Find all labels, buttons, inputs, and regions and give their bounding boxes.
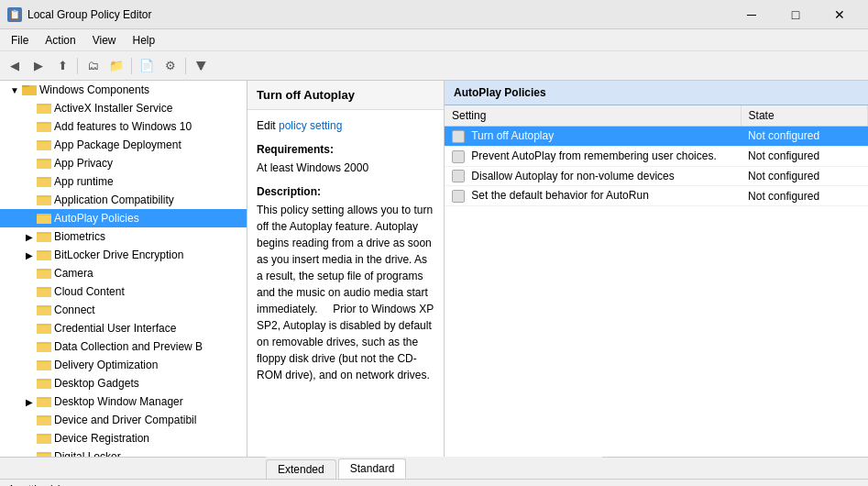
expand-icon-bitlocker[interactable]: ▶	[22, 248, 37, 262]
tab-standard[interactable]: Standard	[338, 458, 407, 479]
menu-action[interactable]: Action	[38, 32, 82, 49]
folder-icon-connect	[37, 303, 51, 317]
setting-state-3: Not configured	[741, 166, 867, 186]
menu-view[interactable]: View	[85, 32, 124, 49]
folder-icon-data-collection	[37, 339, 51, 354]
tree-label-app-compat: Application Compatibility	[54, 193, 174, 206]
minimize-button[interactable]: ─	[731, 6, 773, 24]
properties-button[interactable]: 📄	[136, 55, 158, 77]
tree-item-data-collection[interactable]: ▶ Data Collection and Preview B	[0, 337, 247, 356]
desc-requirements-label: Requirements:	[257, 141, 434, 158]
folder-button[interactable]: 📁	[105, 55, 127, 77]
folder-icon-camera	[37, 266, 51, 281]
main-area: ▼ Windows Components ▶ ActiveX Installer…	[0, 81, 868, 457]
column-setting[interactable]: Setting	[445, 105, 741, 127]
table-row[interactable]: Turn off Autoplay Not configured	[445, 127, 868, 147]
toolbar-separator-3	[185, 58, 186, 74]
folder-icon-autoplay	[37, 211, 51, 226]
svg-rect-3	[37, 105, 51, 114]
desc-title: Turn off Autoplay	[257, 88, 434, 102]
tree-item-cloud-content[interactable]: ▶ Cloud Content	[0, 282, 247, 301]
svg-rect-35	[37, 399, 51, 407]
tree-label-delivery-opt: Delivery Optimization	[54, 359, 158, 371]
tree-item-app-privacy[interactable]: ▶ App Privacy	[0, 154, 247, 172]
tree-item-camera[interactable]: ▶ Camera	[0, 264, 247, 282]
tree-item-activex[interactable]: ▶ ActiveX Installer Service	[0, 99, 247, 117]
svg-rect-37	[37, 417, 51, 425]
show-hide-button[interactable]: 🗂	[82, 55, 104, 77]
setting-state-1: Not configured	[741, 127, 867, 147]
table-row[interactable]: Disallow Autoplay for non-volume devices…	[445, 166, 868, 186]
tree-item-delivery-opt[interactable]: ▶ Delivery Optimization	[0, 356, 247, 374]
settings-header: AutoPlay Policies	[445, 81, 868, 105]
folder-icon-digital-locker	[37, 449, 51, 457]
setting-state-4: Not configured	[741, 186, 867, 206]
tree-label-device-reg: Device Registration	[54, 432, 149, 445]
table-row[interactable]: Set the default behavior for AutoRun Not…	[445, 186, 868, 206]
tree-item-biometrics[interactable]: ▶ Biometrics	[0, 227, 247, 246]
tree-item-add-features[interactable]: ▶ Add features to Windows 10	[0, 117, 247, 136]
tree-item-connect[interactable]: ▶ Connect	[0, 301, 247, 319]
tree-item-app-runtime[interactable]: ▶ App runtime	[0, 172, 247, 191]
tree-label-app-runtime: App runtime	[54, 175, 114, 188]
autoplay-header: AutoPlay Policies	[454, 86, 546, 99]
tree-item-desktop-window[interactable]: ▶ Desktop Window Manager	[0, 392, 247, 411]
close-button[interactable]: ✕	[819, 6, 861, 24]
table-row[interactable]: Prevent AutoPlay from remembering user c…	[445, 146, 868, 166]
expand-icon-biometrics[interactable]: ▶	[22, 229, 37, 244]
folder-icon-delivery-opt	[37, 358, 51, 372]
up-button[interactable]: ⬆	[51, 55, 73, 77]
app-icon: 📋	[7, 7, 22, 22]
tree-label-desktop-window: Desktop Window Manager	[54, 395, 183, 408]
tree-label-credential-ui: Credential User Interface	[54, 322, 176, 335]
desc-content: Edit policy setting Requirements: At lea…	[247, 110, 444, 398]
tree-item-device-reg[interactable]: ▶ Device Registration	[0, 429, 247, 447]
tree-item-credential-ui[interactable]: ▶ Credential User Interface	[0, 319, 247, 337]
tree-label-data-collection: Data Collection and Preview B	[54, 340, 203, 353]
tree-item-app-package[interactable]: ▶ App Package Deployment	[0, 136, 247, 154]
setting-icon-4	[452, 190, 465, 203]
toolbar-separator-1	[77, 58, 78, 74]
tree-item-digital-locker[interactable]: ▶ Digital Locker	[0, 447, 247, 457]
tree-label-biometrics: Biometrics	[54, 230, 105, 243]
tree-label-app-privacy: App Privacy	[54, 157, 113, 170]
expand-icon-windows-components[interactable]: ▼	[7, 83, 22, 97]
svg-rect-7	[37, 142, 51, 150]
folder-icon-desktop-gadgets	[37, 376, 51, 391]
tree-item-bitlocker[interactable]: ▶ BitLocker Drive Encryption	[0, 246, 247, 264]
desc-edit-link[interactable]: policy setting	[279, 119, 342, 132]
settings-pane: AutoPlay Policies Setting State Turn off…	[445, 81, 868, 457]
tree-label-desktop-gadgets: Desktop Gadgets	[54, 377, 139, 390]
tree-item-autoplay[interactable]: ▶ AutoPlay Policies	[0, 209, 247, 227]
tree-item-device-driver[interactable]: ▶ Device and Driver Compatibil	[0, 411, 247, 429]
settings-table: Setting State Turn off Autoplay Not conf…	[445, 105, 868, 206]
tabs-bar: Extended Standard	[266, 457, 602, 479]
setting-icon-2	[452, 150, 465, 163]
menu-file[interactable]: File	[4, 32, 36, 49]
expand-icon-desktop-window[interactable]: ▶	[22, 394, 37, 409]
window-controls: ─ □ ✕	[731, 6, 861, 24]
menu-help[interactable]: Help	[126, 32, 163, 49]
tree-item-windows-components[interactable]: ▼ Windows Components	[0, 81, 247, 99]
maximize-button[interactable]: □	[775, 6, 817, 24]
tree-item-desktop-gadgets[interactable]: ▶ Desktop Gadgets	[0, 374, 247, 392]
folder-icon-app-runtime	[37, 174, 51, 189]
column-state[interactable]: State	[741, 105, 867, 127]
tab-extended[interactable]: Extended	[266, 459, 336, 479]
settings-button[interactable]: ⚙	[159, 55, 181, 77]
filter-button[interactable]: ⯆	[190, 55, 212, 77]
tree-label-add-features: Add features to Windows 10	[54, 120, 192, 133]
setting-name-4: Set the default behavior for AutoRun	[445, 186, 741, 206]
back-button[interactable]: ◀	[4, 55, 26, 77]
desc-description-text: This policy setting allows you to turn o…	[257, 204, 434, 381]
svg-rect-27	[37, 326, 51, 334]
svg-rect-17	[37, 234, 51, 242]
tree-pane[interactable]: ▼ Windows Components ▶ ActiveX Installer…	[0, 81, 247, 457]
svg-rect-39	[37, 436, 51, 444]
tree-label-camera: Camera	[54, 267, 93, 280]
folder-icon-bitlocker	[37, 248, 51, 262]
tree-item-app-compat[interactable]: ▶ Application Compatibility	[0, 191, 247, 209]
forward-button[interactable]: ▶	[27, 55, 49, 77]
svg-rect-33	[37, 381, 51, 389]
tree-label-digital-locker: Digital Locker	[54, 450, 121, 457]
